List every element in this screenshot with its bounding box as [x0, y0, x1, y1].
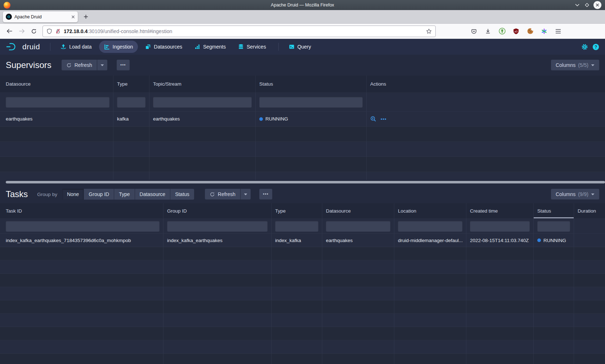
- help-icon[interactable]: ?: [592, 44, 599, 50]
- druid-console: Supervisors Refresh ••• Columns (5/5) Da…: [0, 55, 605, 364]
- type-filter-input[interactable]: [117, 97, 145, 108]
- group-by-group-id-button[interactable]: Group ID: [84, 189, 114, 200]
- bookmark-star-icon[interactable]: [426, 28, 432, 34]
- browser-tab[interactable]: Apache Druid: [3, 12, 78, 22]
- chevron-down-icon: [591, 64, 595, 67]
- column-header[interactable]: Datasource: [322, 203, 394, 219]
- datasource-filter-input[interactable]: [326, 221, 390, 232]
- group-by-none-button[interactable]: None: [62, 189, 84, 200]
- navigation-toolbar: 172.18.0.4:30109/unified-console.html#in…: [0, 24, 605, 39]
- tasks-empty-rows: [0, 247, 605, 364]
- column-header-sorted[interactable]: Status: [534, 203, 574, 219]
- row-actions-more-icon[interactable]: •••: [381, 116, 387, 122]
- group-id-filter-input[interactable]: [167, 221, 268, 232]
- column-header[interactable]: Status: [256, 76, 367, 93]
- group-by-type-button[interactable]: Type: [114, 189, 134, 200]
- column-header[interactable]: Task ID: [0, 203, 163, 219]
- extension-green-icon[interactable]: [496, 26, 508, 37]
- empty-table-row: [0, 340, 605, 354]
- supervisors-refresh-caret-button[interactable]: [97, 60, 107, 70]
- back-button[interactable]: [4, 26, 15, 37]
- nav-item-ingestion[interactable]: Ingestion: [99, 41, 138, 53]
- database-icon: [238, 44, 244, 50]
- column-header[interactable]: Type: [113, 76, 149, 93]
- status-filter-input[interactable]: [537, 221, 570, 232]
- column-header[interactable]: Datasource: [0, 76, 113, 93]
- column-header[interactable]: Type: [272, 203, 322, 219]
- tasks-refresh-caret-button[interactable]: [241, 189, 251, 200]
- url-bar[interactable]: 172.18.0.4:30109/unified-console.html#in…: [42, 26, 436, 37]
- refresh-icon: [210, 192, 215, 197]
- close-icon[interactable]: [593, 1, 601, 9]
- column-header[interactable]: Location: [394, 203, 466, 219]
- column-header[interactable]: Group ID: [163, 203, 272, 219]
- supervisor-row[interactable]: earthquakes kafka earthquakes RUNNING ••…: [0, 112, 605, 127]
- column-header[interactable]: Duration: [574, 203, 605, 219]
- tab-close-icon[interactable]: [71, 15, 75, 19]
- url-text[interactable]: 172.18.0.4:30109/unified-console.html#in…: [64, 28, 172, 34]
- tasks-more-button[interactable]: •••: [259, 189, 272, 200]
- pocket-icon[interactable]: [468, 26, 480, 37]
- nav-item-label: Ingestion: [113, 44, 133, 50]
- maximize-icon[interactable]: [584, 2, 590, 8]
- tasks-refresh-button[interactable]: Refresh: [205, 189, 240, 200]
- downloads-icon[interactable]: [482, 26, 494, 37]
- nav-item-segments[interactable]: Segments: [189, 41, 231, 53]
- ublock-icon[interactable]: uO: [510, 26, 522, 37]
- status-filter-input[interactable]: [259, 97, 363, 108]
- url-path: :30109/unified-console.html#ingestion: [88, 28, 172, 34]
- window-title: Apache Druid — Mozilla Firefox: [0, 3, 605, 8]
- extension-asterisk-icon[interactable]: [538, 26, 550, 37]
- task-row[interactable]: index_kafka_earthquakes_7184357396d6c0a_…: [0, 234, 605, 247]
- empty-table-row: [0, 287, 605, 300]
- nav-item-datasources[interactable]: Datasources: [140, 41, 187, 53]
- new-tab-button[interactable]: [81, 12, 91, 22]
- navbar-divider: [278, 43, 279, 51]
- tasks-table: Task ID Group ID Type Datasource Locatio…: [0, 203, 605, 364]
- menu-hamburger-icon[interactable]: [552, 26, 564, 37]
- group-by-status-button[interactable]: Status: [170, 189, 194, 200]
- nav-item-services[interactable]: Services: [233, 41, 271, 53]
- empty-table-row: [0, 127, 605, 142]
- nav-item-label: Datasources: [154, 44, 182, 50]
- created-time-filter-input[interactable]: [470, 221, 530, 232]
- shield-icon[interactable]: [46, 28, 52, 34]
- horizontal-scrollbar[interactable]: [6, 181, 605, 183]
- firefox-window: Apache Druid — Mozilla Firefox Apache Dr…: [0, 0, 605, 364]
- datasource-filter-input[interactable]: [6, 97, 109, 108]
- status-dot-icon: [537, 238, 541, 242]
- group-by-datasource-button[interactable]: Datasource: [135, 189, 170, 200]
- nav-item-load-data[interactable]: Load data: [55, 41, 97, 53]
- tasks-columns-button[interactable]: Columns (9/9): [551, 189, 599, 200]
- column-header[interactable]: Created time: [466, 203, 534, 219]
- window-controls: [574, 1, 601, 9]
- task-id-filter-input[interactable]: [6, 221, 160, 232]
- supervisors-more-button[interactable]: •••: [117, 60, 130, 70]
- chevron-down-icon: [591, 193, 595, 196]
- view-details-icon[interactable]: [370, 116, 376, 122]
- supervisor-actions: •••: [367, 112, 605, 127]
- column-header[interactable]: Actions: [367, 76, 605, 93]
- upload-icon: [60, 44, 66, 50]
- tab-strip: Apache Druid: [0, 10, 605, 24]
- reload-button[interactable]: [28, 26, 40, 37]
- nav-item-query[interactable]: Query: [284, 41, 316, 53]
- supervisors-refresh-button[interactable]: Refresh: [62, 60, 97, 70]
- cookie-extension-icon[interactable]: [524, 26, 536, 37]
- group-by-label: Group by: [37, 192, 57, 197]
- nav-item-label: Segments: [203, 44, 226, 50]
- navbar-divider: [50, 43, 50, 51]
- forward-button[interactable]: [16, 26, 27, 37]
- topic-filter-input[interactable]: [153, 97, 252, 108]
- minimize-icon[interactable]: [574, 2, 581, 8]
- location-filter-input[interactable]: [398, 221, 462, 232]
- type-filter-input[interactable]: [275, 221, 318, 232]
- supervisors-columns-button[interactable]: Columns (5/5): [551, 60, 599, 70]
- lock-insecure-icon[interactable]: [55, 28, 61, 34]
- settings-gear-icon[interactable]: [581, 44, 588, 50]
- nav-item-label: Services: [247, 44, 266, 50]
- task-datasource: earthquakes: [322, 234, 394, 247]
- column-header[interactable]: Topic/Stream: [149, 76, 256, 93]
- chevron-down-icon: [244, 193, 247, 196]
- druid-brand[interactable]: druid: [6, 42, 40, 51]
